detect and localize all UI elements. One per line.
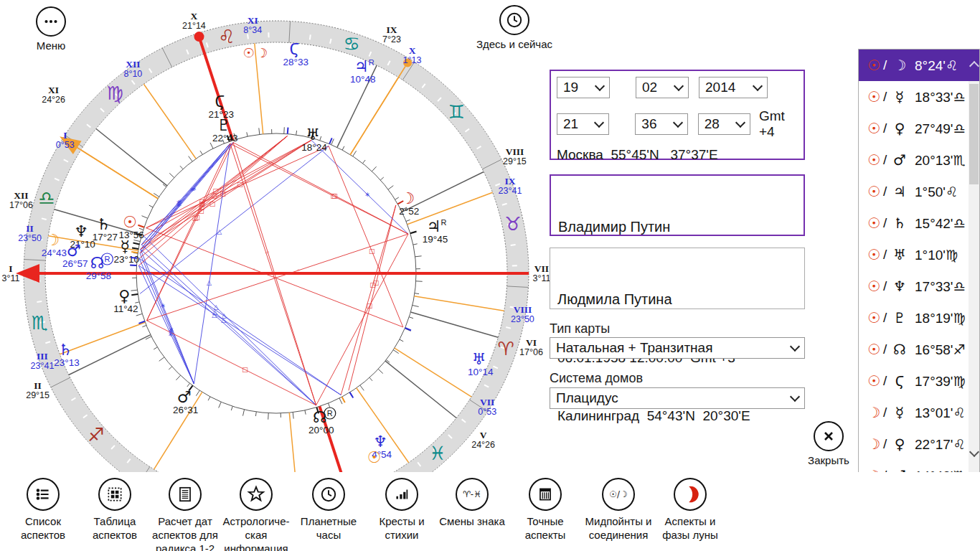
svg-text:23°41: 23°41 [31,361,55,371]
midpoint-list-item[interactable]: ☉/♆17°33'♎ [859,270,979,302]
month-select[interactable]: 02 [636,77,689,98]
svg-text:♅: ♅ [306,126,320,143]
midpoint-list-item[interactable]: ☉/☿18°33'♎ [859,81,979,113]
svg-text:♂: ♂ [177,388,192,406]
svg-text:8°10: 8°10 [123,69,142,79]
svg-text:♎: ♎ [38,187,55,209]
svg-text:I: I [63,130,67,141]
svg-text:R: R [369,58,374,67]
svg-text:21°23: 21°23 [209,109,234,120]
toolbar-item-midpoints-conjunctions[interactable]: ☉/☽Мидпойнты и соединения [579,478,658,542]
midpoint-list-item[interactable]: ☉/☽8°24'♌ [859,50,979,81]
svg-text:☽: ☽ [46,231,60,249]
midpoint-list-item[interactable]: ☉/☊16°58'♐ [859,334,979,365]
svg-text:11°42: 11°42 [113,303,138,314]
svg-text:☿: ☿ [121,237,131,255]
toolbar-item-aspect-table[interactable]: Таблица аспектов [75,478,154,542]
svg-text:♄: ♄ [97,215,111,233]
midpoint-value: 1°50'♌ [915,184,958,200]
star-icon [240,478,273,511]
transit-location: Москва 55°45'N 37°37'E [557,147,804,163]
natal-transit-wheel[interactable]: ♈♉♊♋♌♍♎♏♐♑♒♓□◦□□□∗□∗∗△□△△∗∗∗∗□□□◦□△□∗∗△◦… [0,0,552,474]
toolbar-item-crosses-elements[interactable]: Кресты и стихии [362,478,441,542]
svg-text:♋: ♋ [343,33,359,55]
year-select[interactable]: 2014 [699,77,768,98]
toolbar-item-planetary-hours[interactable]: Планетные часы [289,478,368,542]
house-system-select[interactable]: Плацидус [550,387,805,409]
planet2-glyph: ♇ [889,309,910,326]
chart-type-select[interactable]: Натальная + Транзитная [550,337,805,359]
svg-text:3°11: 3°11 [533,273,551,283]
planet2-glyph: ♆ [889,278,910,295]
svg-text:XII: XII [14,190,28,201]
toolbar-item-moon-aspects-phases[interactable]: Аспекты и фазы луны [651,478,730,542]
svg-text:23°13: 23°13 [54,357,79,368]
midpoint-list-item[interactable]: ☉/Ϛ17°39'♍ [859,365,979,397]
svg-text:0°53: 0°53 [56,140,75,150]
svg-text:29°58: 29°58 [86,270,111,281]
svg-text:X: X [191,11,198,22]
year-value: 2014 [705,80,735,95]
planet2-glyph: ♄ [889,215,910,232]
svg-text:♃: ♃ [354,57,369,75]
midpoint-rows: ☉/☽8°24'♌☉/☿18°33'♎☉/♀27°49'♎☉/♂20°13'♏☉… [859,50,979,475]
house-system-label: Система домов [550,371,643,386]
svg-text:18°24: 18°24 [301,142,327,153]
planet2-glyph: ☊ [889,341,910,358]
minute-select[interactable]: 36 [635,113,687,135]
midpoint-list-item[interactable]: ☽/♀22°17'♌ [859,428,979,460]
toolbar-item-aspect-dates-calc[interactable]: Расчет дат аспектов для радикса 1-2 [146,478,225,551]
toolbar-item-sign-changes[interactable]: ♈-♓Смены знака [433,478,512,528]
chart-type-value: Натальная + Транзитная [556,340,712,356]
svg-text:☉☽: ☉☽ [243,45,269,60]
svg-text:24°43: 24°43 [42,248,67,258]
slash: / [883,152,889,168]
midpoint-value: 1°10'♍ [915,247,958,263]
scrollbar[interactable] [969,50,979,474]
scroll-up-arrow-icon[interactable] [969,61,979,71]
svg-text:☉: ☉ [123,213,137,231]
toolbar-item-astro-info[interactable]: Астрологиче- ская информация [217,478,296,551]
close-button[interactable]: Закрыть [796,421,861,467]
svg-text:R: R [104,255,110,263]
chevron-down-icon [674,81,684,91]
toolbar-item-label: Планетные часы [289,514,368,542]
planet2-glyph: ♀ [889,120,910,137]
person2-card[interactable]: Людмила Путина 06.01.1958 12:00:00 Gmt +… [550,248,805,309]
midpoint-list-item[interactable]: ☉/♂20°13'♏ [859,144,979,176]
midpoint-list-item[interactable]: ☉/♀27°49'♎ [859,113,979,144]
second-select[interactable]: 28 [698,113,750,135]
svg-text:28°33: 28°33 [283,57,308,67]
svg-text:17°06: 17°06 [9,200,33,210]
svg-text:10°14: 10°14 [468,367,494,377]
toolbar-item-exact-aspects[interactable]: Точные аспекты [506,478,585,542]
chevron-down-icon [594,118,604,128]
day-select[interactable]: 19 [557,77,610,98]
scrollbar-thumb[interactable] [969,84,979,184]
moon-crescent-icon [674,478,707,511]
chart-type-label: Тип карты [550,321,610,336]
toolbar-item-label: Точные аспекты [506,514,585,542]
svg-text:♉: ♉ [504,213,521,235]
midpoint-list-item[interactable]: ☉/♇18°19'♍ [859,302,979,334]
svg-text:♅: ♅ [472,350,486,368]
midpoint-list-item[interactable]: ☽/☿13°01'♌ [859,397,979,428]
midpoint-list-item[interactable]: ☉/♃1°50'♌ [859,176,979,207]
sign-change-icon: ♈-♓ [456,478,489,511]
planet1-glyph: ☉ [867,372,883,390]
hour-select[interactable]: 21 [557,113,609,135]
svg-text:☉/☽: ☉/☽ [609,489,627,499]
svg-text:∗: ∗ [177,198,183,205]
svg-text:∗: ∗ [168,331,174,338]
svg-text:♈-♓: ♈-♓ [463,489,481,499]
svg-text:0°53: 0°53 [478,407,496,417]
toolbar-item-aspect-list[interactable]: Список аспектов [4,478,83,542]
midpoint-list: ☉/☽8°24'♌☉/☿18°33'♎☉/♀27°49'♎☉/♂20°13'♏☉… [858,49,980,475]
svg-text:1°13: 1°13 [403,55,422,65]
slash: / [883,215,889,231]
list-icon [27,478,60,511]
person1-card[interactable]: Владимир Путин 07.10.1952 9:30:00 Gmt +3… [550,174,805,236]
midpoint-list-item[interactable]: ☉/♄15°42'♎ [859,207,979,239]
svg-text:23°10: 23°10 [114,254,139,265]
midpoint-list-item[interactable]: ☉/♅1°10'♍ [859,239,979,270]
